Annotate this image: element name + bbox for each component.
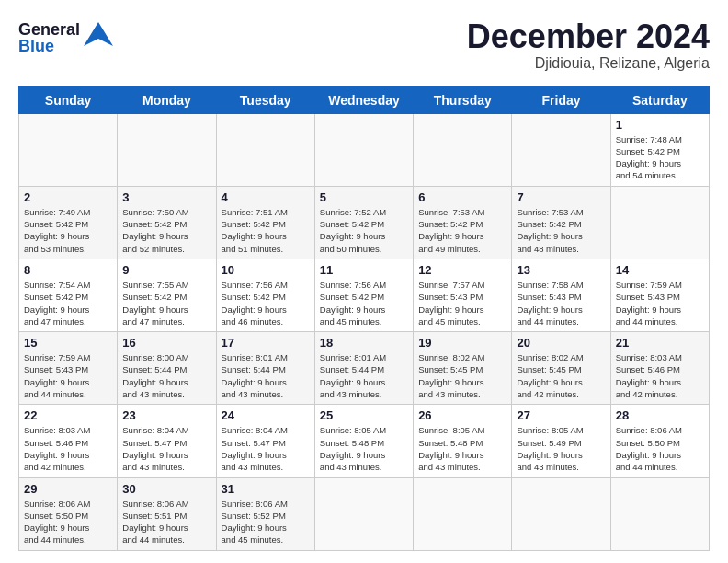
sunset-text: Sunset: 5:43 PM: [418, 292, 483, 302]
day-number: 17: [222, 336, 310, 350]
sunrise-text: Sunrise: 7:48 AM: [616, 134, 682, 144]
daylight-text: Daylight: 9 hours: [222, 523, 287, 533]
sunrise-text: Sunrise: 7:59 AM: [24, 352, 90, 362]
calendar-day-cell: 31Sunrise: 8:06 AMSunset: 5:52 PMDayligh…: [216, 477, 314, 550]
daylight-minutes-text: and 44 minutes.: [122, 534, 185, 545]
calendar-day-cell: [610, 477, 709, 550]
calendar-day-cell: 13Sunrise: 7:58 AMSunset: 5:43 PMDayligh…: [512, 259, 610, 331]
day-info: Sunrise: 8:02 AMSunset: 5:45 PMDaylight:…: [418, 351, 506, 400]
daylight-minutes-text: and 44 minutes.: [24, 534, 86, 545]
sunset-text: Sunset: 5:43 PM: [24, 364, 88, 374]
calendar-day-cell: [414, 477, 512, 550]
calendar-day-cell: 24Sunrise: 8:04 AMSunset: 5:47 PMDayligh…: [216, 405, 314, 477]
calendar-day-cell: 27Sunrise: 8:05 AMSunset: 5:49 PMDayligh…: [512, 405, 610, 477]
sunrise-text: Sunrise: 8:06 AM: [222, 499, 288, 509]
day-info: Sunrise: 7:56 AMSunset: 5:42 PMDaylight:…: [222, 279, 310, 327]
sunset-text: Sunset: 5:42 PM: [616, 146, 680, 156]
daylight-text: Daylight: 9 hours: [222, 231, 287, 241]
day-number: 5: [320, 190, 408, 204]
sunrise-text: Sunrise: 7:56 AM: [320, 280, 386, 290]
sunset-text: Sunset: 5:45 PM: [517, 364, 581, 374]
calendar-day-cell: 2Sunrise: 7:49 AMSunset: 5:42 PMDaylight…: [19, 186, 118, 259]
day-number: 10: [222, 263, 310, 277]
calendar-header-row: SundayMondayTuesdayWednesdayThursdayFrid…: [19, 86, 710, 113]
day-info: Sunrise: 7:51 AMSunset: 5:42 PMDaylight:…: [222, 206, 310, 255]
day-info: Sunrise: 8:05 AMSunset: 5:48 PMDaylight:…: [320, 424, 408, 473]
sunrise-text: Sunrise: 7:54 AM: [24, 280, 90, 290]
sunrise-text: Sunrise: 8:06 AM: [122, 499, 188, 509]
logo-general-text: General: [18, 21, 80, 38]
daylight-text: Daylight: 9 hours: [122, 231, 188, 241]
calendar-day-cell: 28Sunrise: 8:06 AMSunset: 5:50 PMDayligh…: [610, 405, 709, 477]
sunrise-text: Sunrise: 7:56 AM: [222, 280, 288, 290]
sunrise-text: Sunrise: 8:03 AM: [616, 352, 682, 362]
day-number: 2: [24, 190, 112, 204]
calendar-day-cell: 14Sunrise: 7:59 AMSunset: 5:43 PMDayligh…: [610, 259, 709, 331]
daylight-minutes-text: and 44 minutes.: [616, 316, 678, 327]
sunrise-text: Sunrise: 8:05 AM: [320, 425, 386, 435]
page-header: General Blue December 2024 Djidiouia, Re…: [18, 18, 710, 72]
calendar-day-cell: 16Sunrise: 8:00 AMSunset: 5:44 PMDayligh…: [118, 332, 216, 405]
day-info: Sunrise: 8:06 AMSunset: 5:51 PMDaylight:…: [122, 498, 210, 546]
daylight-text: Daylight: 9 hours: [418, 304, 483, 315]
day-number: 9: [122, 263, 210, 277]
sunset-text: Sunset: 5:47 PM: [122, 438, 187, 448]
day-info: Sunrise: 7:52 AMSunset: 5:42 PMDaylight:…: [320, 206, 408, 255]
daylight-minutes-text: and 45 minutes.: [320, 316, 382, 327]
day-info: Sunrise: 8:04 AMSunset: 5:47 PMDaylight:…: [222, 424, 310, 473]
daylight-minutes-text: and 44 minutes.: [517, 316, 579, 327]
day-number: 1: [616, 118, 704, 132]
calendar-day-cell: [512, 113, 610, 186]
sunset-text: Sunset: 5:48 PM: [320, 438, 384, 448]
day-number: 20: [517, 336, 605, 350]
daylight-minutes-text: and 47 minutes.: [122, 316, 185, 327]
daylight-text: Daylight: 9 hours: [24, 377, 89, 387]
daylight-minutes-text: and 50 minutes.: [320, 244, 382, 254]
calendar-day-cell: 8Sunrise: 7:54 AMSunset: 5:42 PMDaylight…: [19, 259, 118, 331]
calendar-day-cell: 30Sunrise: 8:06 AMSunset: 5:51 PMDayligh…: [118, 477, 216, 550]
day-of-week-header: Saturday: [610, 86, 709, 113]
daylight-text: Daylight: 9 hours: [222, 450, 287, 460]
day-info: Sunrise: 8:04 AMSunset: 5:47 PMDaylight:…: [122, 424, 210, 473]
sunrise-text: Sunrise: 7:52 AM: [320, 207, 386, 217]
calendar-day-cell: 10Sunrise: 7:56 AMSunset: 5:42 PMDayligh…: [216, 259, 314, 331]
day-number: 12: [418, 263, 506, 277]
day-number: 6: [418, 190, 506, 204]
daylight-text: Daylight: 9 hours: [418, 231, 483, 241]
daylight-minutes-text: and 51 minutes.: [222, 244, 284, 254]
calendar-day-cell: 26Sunrise: 8:05 AMSunset: 5:48 PMDayligh…: [414, 405, 512, 477]
day-of-week-header: Friday: [512, 86, 610, 113]
day-info: Sunrise: 7:53 AMSunset: 5:42 PMDaylight:…: [418, 206, 506, 255]
calendar-day-cell: [118, 113, 216, 186]
calendar-day-cell: 18Sunrise: 8:01 AMSunset: 5:44 PMDayligh…: [314, 332, 413, 405]
sunrise-text: Sunrise: 7:59 AM: [616, 280, 682, 290]
day-number: 3: [122, 190, 210, 204]
calendar-day-cell: [610, 186, 709, 259]
sunset-text: Sunset: 5:42 PM: [418, 219, 483, 229]
daylight-text: Daylight: 9 hours: [616, 377, 681, 387]
day-number: 18: [320, 336, 408, 350]
daylight-minutes-text: and 44 minutes.: [616, 462, 678, 472]
sunrise-text: Sunrise: 7:51 AM: [222, 207, 288, 217]
daylight-minutes-text: and 46 minutes.: [222, 316, 284, 327]
calendar-table: SundayMondayTuesdayWednesdayThursdayFrid…: [18, 86, 710, 551]
daylight-text: Daylight: 9 hours: [418, 377, 483, 387]
daylight-minutes-text: and 43 minutes.: [320, 462, 382, 472]
calendar-day-cell: [19, 113, 118, 186]
sunset-text: Sunset: 5:42 PM: [320, 292, 384, 302]
sunset-text: Sunset: 5:43 PM: [517, 292, 581, 302]
day-of-week-header: Tuesday: [216, 86, 314, 113]
sunrise-text: Sunrise: 8:04 AM: [222, 425, 288, 435]
sunset-text: Sunset: 5:42 PM: [517, 219, 581, 229]
daylight-minutes-text: and 42 minutes.: [616, 389, 678, 399]
day-info: Sunrise: 7:59 AMSunset: 5:43 PMDaylight:…: [616, 279, 704, 327]
day-number: 19: [418, 336, 506, 350]
daylight-text: Daylight: 9 hours: [616, 304, 681, 315]
daylight-minutes-text: and 42 minutes.: [517, 389, 579, 399]
calendar-week-row: 29Sunrise: 8:06 AMSunset: 5:50 PMDayligh…: [19, 477, 710, 550]
calendar-day-cell: 21Sunrise: 8:03 AMSunset: 5:46 PMDayligh…: [610, 332, 709, 405]
calendar-week-row: 15Sunrise: 7:59 AMSunset: 5:43 PMDayligh…: [19, 332, 710, 405]
day-info: Sunrise: 8:01 AMSunset: 5:44 PMDaylight:…: [222, 351, 310, 400]
day-number: 13: [517, 263, 605, 277]
day-number: 16: [122, 336, 210, 350]
